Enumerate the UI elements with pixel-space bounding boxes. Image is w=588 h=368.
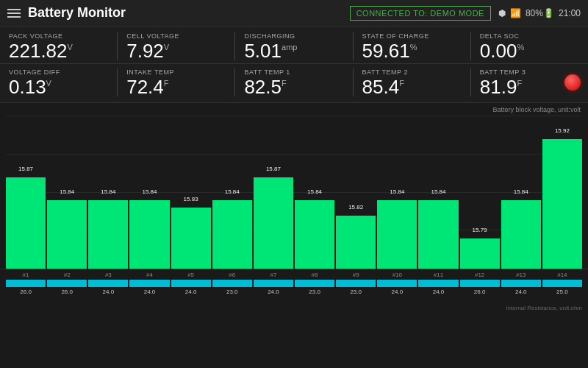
x-axis-item-3: #424.0 — [129, 269, 169, 313]
ir-bar — [542, 280, 582, 287]
chart-area: Battery block voltage, unit:volt 15.8715… — [0, 103, 588, 313]
stat-group-3: STATE OF CHARGE 59.61% — [354, 32, 471, 60]
wifi-icon: 📶 — [510, 8, 521, 18]
bar-group-12: 15.84 — [501, 116, 541, 269]
ir-value: 24.0 — [185, 289, 197, 295]
ir-value: 24.0 — [433, 289, 445, 295]
x-cell-id: #2 — [64, 272, 71, 278]
ir-bar — [460, 280, 500, 287]
ir-value: 23.0 — [309, 289, 320, 295]
hamburger-menu[interactable] — [7, 9, 21, 18]
ir-value: 26.0 — [474, 289, 486, 295]
stat-unit2: V — [46, 79, 51, 88]
x-axis-item-2: #324.0 — [88, 269, 128, 313]
ir-value: 24.0 — [392, 289, 404, 295]
stat-unit: % — [410, 43, 417, 52]
stats-row-2: VOLTAGE DIFF 0.13V INTAKE TEMP 72.4F BAT… — [0, 64, 588, 103]
bar: 15.83 — [171, 208, 211, 269]
stat-value: 221.82V — [9, 41, 108, 60]
stat-value: 5.01amp — [244, 41, 343, 60]
x-axis-item-10: #1124.0 — [418, 269, 458, 313]
ir-bar — [377, 280, 417, 287]
bar-voltage-label: 15.84 — [225, 188, 240, 195]
stat-label2: VOLTAGE DIFF — [9, 68, 108, 76]
connected-badge: CONNECTED TO: DEMO MODE — [350, 6, 491, 21]
x-axis-item-1: #226.0 — [47, 269, 87, 313]
stat-group2-2: BATT TEMP 1 82.5F — [235, 68, 353, 96]
bar: 15.84 — [212, 200, 252, 269]
stat-unit: amp — [282, 43, 297, 52]
x-axis-item-0: #126.0 — [6, 269, 46, 313]
ir-bar — [254, 280, 293, 287]
bar-voltage-label: 15.83 — [184, 196, 198, 202]
bar-voltage-label: 15.84 — [142, 188, 157, 195]
x-cell-id: #1 — [23, 272, 29, 278]
bar-group-5: 15.84 — [212, 116, 252, 269]
bar-group-0: 15.87 — [6, 116, 46, 269]
clock: 21:00 — [559, 8, 581, 18]
stat-group-2: DISCHARGING 5.01amp — [235, 32, 353, 60]
ir-bar — [6, 280, 46, 287]
bar: 15.84 — [129, 200, 169, 269]
stat-label2: INTAKE TEMP — [126, 68, 226, 76]
bar: 15.79 — [460, 238, 500, 269]
record-button[interactable] — [564, 74, 581, 91]
ir-value: 23.0 — [350, 289, 362, 295]
bar: 15.82 — [336, 216, 376, 269]
stats-row-1: PACK VOLTAGE 221.82V CELL VOLTAGE 7.92V … — [0, 26, 588, 64]
stat-unit: % — [517, 43, 524, 52]
x-cell-id: #7 — [270, 272, 276, 278]
bar: 15.87 — [6, 177, 46, 269]
ir-value: 25.0 — [556, 289, 568, 295]
stat-label: CELL VOLTAGE — [126, 32, 226, 40]
bar: 15.84 — [88, 200, 128, 269]
top-bar: Battery Monitor CONNECTED TO: DEMO MODE … — [0, 0, 588, 26]
bar-group-8: 15.82 — [336, 116, 376, 269]
ir-bar — [47, 280, 87, 287]
stat-group2-4: BATT TEMP 3 81.9F — [471, 68, 588, 96]
stat-value: 7.92V — [126, 41, 226, 60]
bar-group-3: 15.84 — [129, 116, 169, 269]
ir-value: 26.0 — [61, 289, 73, 295]
x-cell-id: #13 — [516, 272, 526, 278]
bar-voltage-label: 15.84 — [307, 188, 322, 195]
ir-value: 26.0 — [20, 289, 32, 295]
stat-value2: 85.4F — [362, 77, 462, 96]
x-axis-item-4: #524.0 — [171, 269, 211, 313]
x-axis-item-11: #1226.0 — [460, 269, 500, 313]
stat-value: 0.00% — [480, 41, 579, 60]
app-title: Battery Monitor — [28, 5, 126, 21]
x-cell-id: #3 — [105, 272, 112, 278]
stat-unit2: F — [399, 79, 404, 88]
bar: 15.84 — [295, 200, 334, 269]
bar-voltage-label: 15.84 — [101, 188, 115, 195]
bar-group-1: 15.84 — [47, 116, 87, 269]
ir-bar — [336, 280, 376, 287]
bar: 15.84 — [501, 200, 541, 269]
bar: 15.84 — [418, 200, 458, 269]
bar-voltage-label: 15.92 — [555, 127, 570, 134]
bluetooth-icon: ⬢ — [498, 8, 506, 18]
ir-bar — [418, 280, 458, 287]
x-cell-id: #4 — [146, 272, 153, 278]
bar-group-6: 15.87 — [254, 116, 293, 269]
status-icons: ⬢ 📶 80%🔋 21:00 — [498, 8, 581, 18]
bar-group-2: 15.84 — [88, 116, 128, 269]
bar-voltage-label: 15.87 — [18, 166, 33, 172]
stat-unit: V — [68, 43, 73, 52]
bar-voltage-label: 15.84 — [60, 188, 74, 195]
stat-label2: BATT TEMP 1 — [244, 68, 343, 76]
bar-voltage-label: 15.84 — [390, 188, 404, 195]
x-axis-item-7: #823.0 — [295, 269, 334, 313]
stat-value2: 82.5F — [244, 77, 343, 96]
x-cell-id: #9 — [353, 272, 359, 278]
x-cell-id: #8 — [312, 272, 318, 278]
stat-group2-0: VOLTAGE DIFF 0.13V — [0, 68, 118, 96]
ir-bar — [501, 280, 541, 287]
stat-unit: V — [164, 43, 169, 52]
bar-chart: 15.8715.8415.8415.8415.8315.8415.8715.84… — [0, 116, 588, 269]
stat-label2: BATT TEMP 3 — [480, 68, 579, 76]
stat-value2: 72.4F — [126, 77, 226, 96]
bar-voltage-label: 15.84 — [431, 188, 445, 195]
x-axis-item-6: #724.0 — [254, 269, 293, 313]
